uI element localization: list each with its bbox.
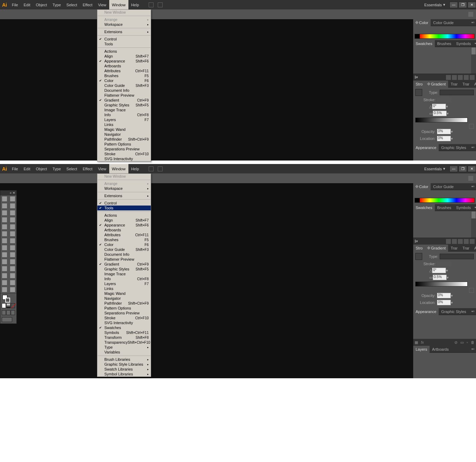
new-swatch-icon[interactable] [464,239,469,244]
mi-stroke[interactable]: StrokeCtrl+F10 [97,151,151,156]
menu-window[interactable]: Window [109,164,128,173]
menu-file[interactable]: File [9,164,21,173]
mi-gradient[interactable]: ✔GradientCtrl+F9 [97,98,151,103]
draw-inside-icon[interactable] [11,310,15,315]
panel-menu-icon[interactable]: ▾≡ [470,146,476,149]
mi-color-guide[interactable]: Color GuideShift+F3 [97,83,151,88]
stroke-within-icon[interactable] [437,261,442,266]
tab-symbols[interactable]: Symbols [454,40,473,47]
rotate-tool[interactable] [0,237,8,244]
mi-symbols[interactable]: SymbolsShift+Ctrl+F11 [97,330,151,335]
mi-brushes[interactable]: BrushesF5 [97,73,151,78]
new-group-icon[interactable] [458,75,463,80]
mi-swatches[interactable]: ✔Swatches [97,325,151,330]
close-button[interactable]: ✕ [468,166,476,172]
mi-info[interactable]: InfoCtrl+F8 [97,112,151,117]
selection-tool[interactable] [0,195,8,202]
color-mode-icon[interactable] [2,303,6,308]
swatch-options-icon[interactable] [452,75,457,80]
mi-variables[interactable]: Variables [97,350,151,355]
zoom-tool[interactable] [8,286,16,293]
gradient-type-select[interactable] [440,254,474,259]
location-input[interactable]: 0% [437,300,451,305]
scrollbar[interactable] [471,211,476,238]
mi-workspace[interactable]: Workspace [97,186,151,191]
tab-appearance[interactable]: Appearance [413,144,439,151]
mi-layers[interactable]: LayersF7 [97,117,151,122]
workspace-switcher[interactable]: Essentials▾ [421,2,449,7]
mi-flattener-preview[interactable]: Flattener Preview [97,257,151,262]
new-swatch-icon[interactable] [464,75,469,80]
delete-swatch-icon[interactable] [470,75,475,80]
mi-tools[interactable]: Tools [97,42,151,46]
mi-navigator[interactable]: Navigator [97,296,151,301]
menu-effect[interactable]: Effect [80,0,95,9]
tab-graphic-styles[interactable]: Graphic Styles [439,308,469,315]
mi-svg-interactivity[interactable]: SVG Interactivity [97,320,151,325]
menu-select[interactable]: Select [64,0,80,9]
menu-type[interactable]: Type [50,0,64,9]
mi-image-trace[interactable]: Image Trace [97,271,151,276]
menu-help[interactable]: Help [128,164,142,173]
width-tool[interactable] [0,244,8,251]
mi-layers[interactable]: LayersF7 [97,281,151,286]
mi-graphic-styles[interactable]: Graphic StylesShift+F5 [97,267,151,271]
draw-behind-icon[interactable] [6,310,10,315]
direct-selection-tool[interactable] [8,195,16,202]
swatch-kind-icon[interactable] [446,239,451,244]
stroke-across-icon[interactable] [447,97,452,102]
minimize-button[interactable]: — [449,166,458,172]
hand-tool[interactable] [0,286,8,293]
blob-brush-tool[interactable] [0,230,8,237]
stroke-across-icon[interactable] [447,261,452,266]
gradient-ramp[interactable] [415,282,468,286]
mi-transform[interactable]: TransformShift+F8 [97,335,151,340]
scale-tool[interactable] [8,237,16,244]
color-spectrum[interactable] [415,34,475,39]
mi-pathfinder[interactable]: PathfinderShift+Ctrl+F9 [97,137,151,142]
menu-window[interactable]: Window [109,0,128,9]
tab-stroke[interactable]: Stro [413,245,425,252]
mi-navigator[interactable]: Navigator [97,132,151,137]
panel-menu-icon[interactable]: ▾≡ [473,42,476,45]
line-tool[interactable] [0,216,8,223]
mi-links[interactable]: Links [97,286,151,291]
color-spectrum[interactable] [415,198,475,203]
aspect-input[interactable]: 0.5% [433,275,447,280]
opacity-input[interactable]: 0% [437,293,451,298]
mi-artboards[interactable]: Artboards [97,228,151,232]
close-button[interactable]: ✕ [468,2,476,8]
delete-icon[interactable]: 🗑 [471,340,475,344]
slice-tool[interactable] [8,279,16,286]
blend-tool[interactable] [8,265,16,272]
gradient-preview[interactable] [415,253,422,260]
shape-builder-tool[interactable] [0,251,8,258]
magic-wand-tool[interactable] [0,202,8,209]
perspective-tool[interactable] [8,251,16,258]
mi-align[interactable]: AlignShift+F7 [97,54,151,59]
appearance-thumb-icon[interactable]: ▦ [415,340,418,345]
tab-stroke[interactable]: Stro [413,81,425,88]
mi-magic-wand[interactable]: Magic Wand [97,127,151,132]
tab-symbols[interactable]: Symbols [454,204,473,211]
mi-separations-preview[interactable]: Separations Preview [97,147,151,151]
draw-normal-icon[interactable] [2,310,6,315]
workspace-switcher[interactable]: Essentials▾ [421,166,449,171]
menu-type[interactable]: Type [50,164,64,173]
angle-input[interactable]: 0° [432,268,446,273]
tab-graphic-styles[interactable]: Graphic Styles [439,144,469,151]
tab-color[interactable]: Color [413,183,431,190]
opacity-input[interactable]: 0% [437,129,451,134]
restore-button[interactable]: ❐ [459,2,467,8]
mi-extensions[interactable]: Extensions [97,193,151,198]
tab-swatches[interactable]: Swatches [413,40,435,47]
panel-menu-icon[interactable]: ▾≡ [470,348,476,351]
restore-button[interactable]: ❐ [459,166,467,172]
mi-align[interactable]: AlignShift+F7 [97,218,151,223]
tab-transparency[interactable]: Trar [448,81,460,88]
clear-icon[interactable]: ⊘ [454,340,458,345]
canvas[interactable] [0,19,413,161]
stroke-within-icon[interactable] [437,97,442,102]
toolbox-close-icon[interactable]: ✕ [13,191,15,195]
pencil-tool[interactable] [8,223,16,230]
